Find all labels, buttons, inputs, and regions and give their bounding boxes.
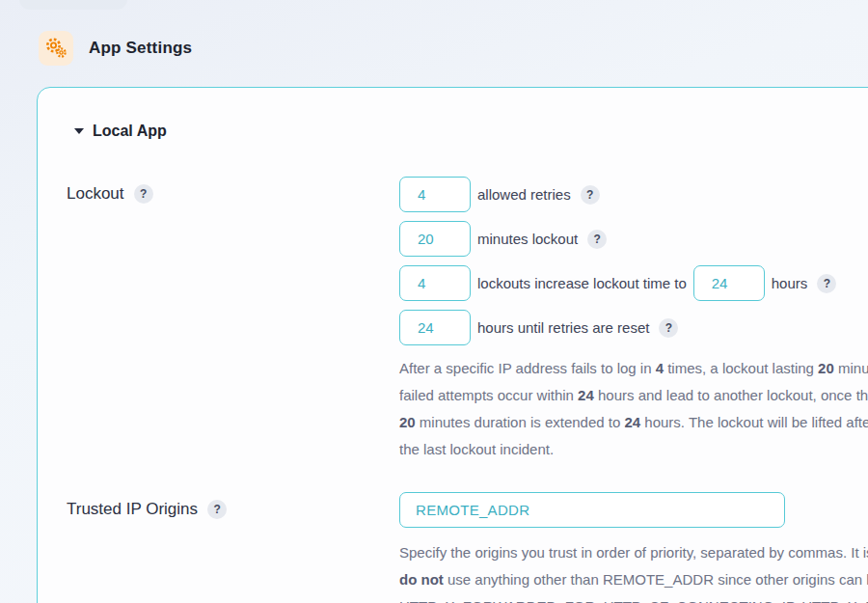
- trusted-ip-description: Specify the origins you trust in order o…: [399, 539, 868, 603]
- minutes-lockout-label: minutes lockout: [477, 231, 578, 247]
- app-settings-gears-icon: [39, 31, 73, 66]
- minutes-lockout-row: minutes lockout ?: [399, 221, 868, 257]
- lockout-description: After a specific IP address fails to log…: [399, 355, 868, 463]
- trusted-ip-row: Trusted IP Origins ? Specify the origins…: [67, 492, 868, 603]
- allowed-retries-row: allowed retries ?: [399, 177, 868, 212]
- lockouts-increase-label: lockouts increase lockout time to: [477, 275, 687, 291]
- scrolled-card-remnant: [19, 0, 127, 10]
- lockout-label: Lockout: [67, 184, 124, 204]
- trusted-ip-help-icon[interactable]: ?: [207, 500, 227, 519]
- allowed-retries-label: allowed retries: [477, 186, 571, 203]
- settings-card: Local App Lockout ? allowed retries ? mi…: [37, 87, 868, 603]
- minutes-lockout-input[interactable]: [399, 221, 471, 257]
- page-header: App Settings: [39, 31, 192, 66]
- section-local-app-toggle[interactable]: Local App: [74, 123, 868, 140]
- lockout-row: Lockout ? allowed retries ? minutes lock…: [67, 177, 868, 463]
- section-title: Local App: [93, 123, 167, 140]
- lockouts-increase-help-icon[interactable]: ?: [817, 274, 836, 293]
- allowed-retries-help-icon[interactable]: ?: [581, 185, 600, 205]
- trusted-ip-origins-input[interactable]: [399, 492, 785, 528]
- lockout-help-icon[interactable]: ?: [134, 184, 153, 204]
- retries-reset-help-icon[interactable]: ?: [659, 318, 678, 338]
- trusted-ip-label: Trusted IP Origins: [67, 500, 198, 519]
- minutes-lockout-help-icon[interactable]: ?: [587, 230, 607, 249]
- lockout-extended-hours-input[interactable]: [693, 265, 765, 301]
- caret-down-icon: [74, 128, 84, 134]
- lockouts-increase-row: lockouts increase lockout time to hours …: [399, 265, 868, 301]
- lockout-extended-hours-label: hours: [772, 275, 808, 291]
- retries-reset-label: hours until retries are reset: [477, 319, 649, 336]
- retries-reset-row: hours until retries are reset ?: [399, 310, 868, 345]
- allowed-retries-input[interactable]: [399, 177, 471, 212]
- page-title: App Settings: [89, 39, 192, 58]
- lockouts-count-input[interactable]: [399, 265, 471, 301]
- retries-reset-hours-input[interactable]: [399, 310, 471, 345]
